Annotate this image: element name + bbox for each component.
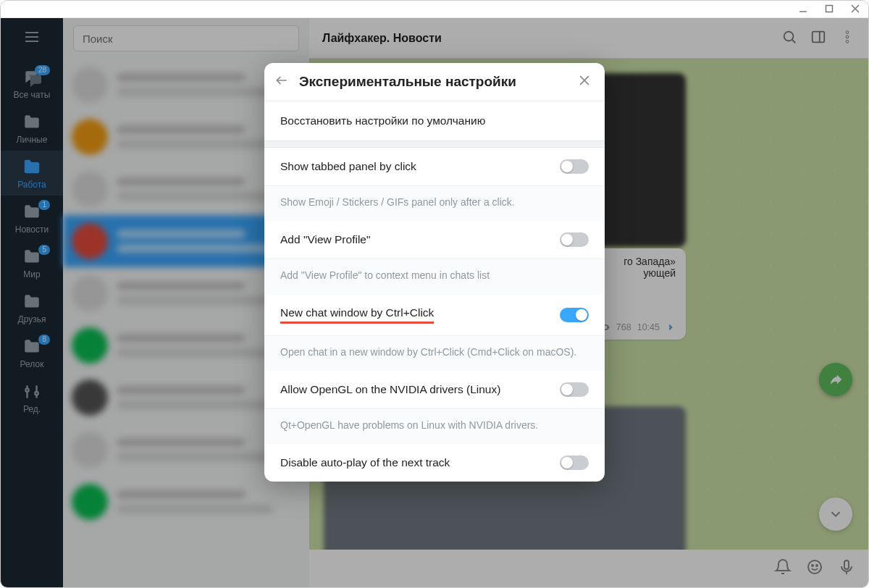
setting-tabbed-panel[interactable]: Show tabbed panel by click [264, 148, 605, 185]
setting-desc: Qt+OpenGL have problems on Linux with NV… [264, 408, 605, 444]
setting-desc: Open chat in a new window by Ctrl+Click … [264, 335, 605, 371]
svg-rect-1 [826, 5, 833, 12]
modal-title: Экспериментальные настройки [299, 74, 567, 90]
close-window-button[interactable] [851, 3, 860, 16]
toggle[interactable] [560, 308, 589, 322]
setting-view-profile[interactable]: Add "View Profile" [264, 221, 605, 259]
toggle[interactable] [560, 382, 589, 397]
setting-autoplay[interactable]: Disable auto-play of the next track [264, 444, 605, 482]
setting-desc: Add "View Profile" to context menu in ch… [264, 259, 605, 294]
restore-defaults[interactable]: Восстановить настройки по умолчанию [264, 101, 605, 140]
setting-desc: Show Emoji / Stickers / GIFs panel only … [264, 185, 605, 221]
toggle[interactable] [560, 232, 589, 247]
close-button[interactable] [577, 73, 592, 91]
back-button[interactable] [274, 73, 289, 91]
toggle[interactable] [560, 159, 589, 174]
setting-opengl[interactable]: Allow OpenGL on the NVIDIA drivers (Linu… [264, 371, 605, 408]
experimental-settings-modal: Экспериментальные настройки Восстановить… [264, 63, 605, 482]
setting-new-window[interactable]: New chat window by Ctrl+Click [264, 295, 605, 335]
toggle[interactable] [560, 455, 589, 470]
maximize-button[interactable] [825, 3, 834, 16]
minimize-button[interactable] [799, 3, 807, 16]
window-titlebar [1, 1, 868, 18]
